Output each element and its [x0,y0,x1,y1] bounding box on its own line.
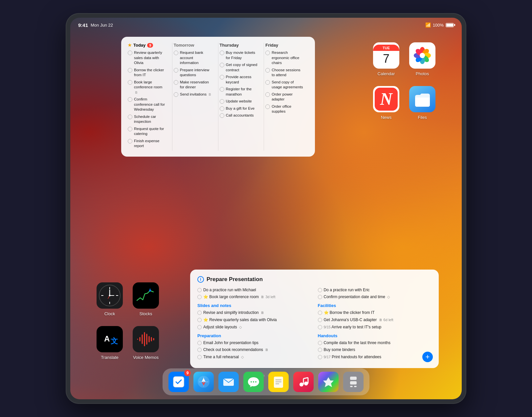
calendar-date: 7 [383,51,389,67]
task-text: Make reservation for dinner [180,80,213,90]
ipad-screen: 9:41 Mon Jun 22 📶 100% ★ Today 9 [70,18,462,399]
add-task-button[interactable]: + [422,352,433,362]
task-circle [197,295,202,299]
task-circle [197,311,202,315]
tomorrow-task-3[interactable]: Make reservation for dinner [174,80,213,90]
task-circle [220,51,224,55]
thursday-task-2[interactable]: Get copy of signed contract [220,62,259,73]
today-count: 9 [147,43,153,48]
status-bar: 9:41 Mon Jun 22 📶 100% [70,18,462,32]
task-text: Buy movie tickets for Friday [226,50,259,60]
task-text: ⭐ Review quarterly sales data with Olivi… [203,317,277,323]
svg-text:文: 文 [111,337,118,345]
calendar-day: TUE [373,45,399,51]
news-app[interactable]: N News [373,86,399,120]
thursday-task-7[interactable]: Call accountants [220,113,259,118]
pres-task[interactable]: Buy some binders [318,347,432,353]
dock-mail-app[interactable] [218,372,239,392]
thursday-column: Thursday Buy movie tickets for Friday Ge… [220,43,263,151]
svg-point-22 [109,295,111,296]
friday-task-1[interactable]: Research ergonomic office chairs [265,50,304,66]
task-circle [174,51,178,55]
task-text: Buy a gift for Eve [226,106,255,111]
today-task-5[interactable]: Schedule car inspection [128,114,167,124]
friday-header: Friday [265,43,304,48]
pres-task[interactable]: Revise and simplify introduction 🗎 [197,310,311,316]
task-text: 9/15 Arrive early to test IT's setup [324,324,382,330]
pres-task[interactable]: Confirm presentation date and time ◇ [318,294,432,300]
pres-task[interactable]: Adjust slide layouts ◇ [197,324,311,330]
thursday-task-3[interactable]: Provide access keycard [220,75,259,85]
task-circle [174,68,178,73]
clock-app[interactable]: Clock [97,282,123,316]
tomorrow-task-2[interactable]: Prepare interview questions [174,68,213,78]
task-circle [220,87,224,92]
thursday-task-4[interactable]: Register for the marathon [220,87,259,97]
ipad-frame: 9:41 Mon Jun 22 📶 100% ★ Today 9 [66,13,466,404]
calendar-icon: TUE 7 [373,42,399,69]
dock-shortcuts-app[interactable] [318,372,339,392]
stocks-app[interactable]: Stocks [133,282,159,316]
dock-notes-app[interactable] [268,372,289,392]
pres-task[interactable]: Time a full rehearsal ◇ [197,354,311,360]
svg-line-55 [303,378,308,379]
task-circle [197,355,202,359]
thursday-task-5[interactable]: Update website [220,99,259,104]
friday-task-5[interactable]: Order office supplies [265,104,304,114]
friday-task-4[interactable]: Order power adapter [265,92,304,102]
friday-task-2[interactable]: Choose sessions to attend [265,68,304,78]
pres-task[interactable]: Get Johanna's USB-C adapter 🗎 6d left [318,317,432,323]
presentation-widget[interactable]: i Prepare Presentation Do a practice run… [190,270,439,368]
task-text: Borrow the clicker from IT [134,68,167,78]
thursday-task-1[interactable]: Buy movie tickets for Friday [220,50,259,60]
today-task-3[interactable]: Book large conference room 🗎 [128,80,167,95]
svg-rect-48 [274,377,283,388]
task-circle [174,80,178,85]
dock-safari-app[interactable] [193,372,214,392]
pres-task[interactable]: Check out book recommendations 🗎 [197,347,311,353]
svg-point-9 [420,53,425,58]
photos-app[interactable]: Photos [409,42,435,76]
pres-task[interactable]: Do a practice run with Michael [197,287,311,293]
files-app[interactable]: Files [409,86,435,120]
pres-task[interactable]: ⭐ Borrow the clicker from IT [318,310,432,316]
svg-point-53 [304,382,308,385]
pres-task[interactable]: Do a practice run with Eric [318,287,432,293]
task-circle [197,288,202,292]
task-circle [318,325,322,329]
today-task-4[interactable]: Confirm conference call for Wednesday [128,97,167,112]
task-text: Order power adapter [272,92,304,102]
handouts-section: Handouts [318,333,432,338]
dock-reminders-app[interactable]: 9 [168,372,189,392]
pres-task[interactable]: Email John for presentation tips [197,340,311,346]
pres-task[interactable]: 9/17 Print handouts for attendees [318,354,432,360]
today-task-6[interactable]: Request quote for catering [128,126,167,137]
today-task-7[interactable]: Finish expense report [128,139,167,149]
tomorrow-task-4[interactable]: Send invitations 🗎 [174,92,213,97]
thursday-task-6[interactable]: Buy a gift for Eve [220,106,259,111]
task-text: Research ergonomic office chairs [272,50,304,66]
dock-remote-app[interactable] [343,372,364,392]
friday-column: Friday Research ergonomic office chairs … [265,43,308,151]
translate-app[interactable]: A 文 Translate [97,326,123,360]
task-text: Check out book recommendations 🗎 [203,347,269,353]
pres-task[interactable]: Compile data for the last three months [318,340,432,346]
pres-task[interactable]: 9/15 Arrive early to test IT's setup [318,324,432,330]
today-task-1[interactable]: Review quarterly sales data with Olivia [128,50,167,66]
reminders-widget-top[interactable]: ★ Today 9 Review quarterly sales data wi… [121,37,315,157]
pres-task[interactable]: ⭐ Review quarterly sales data with Olivi… [197,317,311,323]
tomorrow-label: Tomorrow [174,43,194,48]
task-text: Order office supplies [272,104,304,114]
svg-rect-60 [354,386,357,387]
task-text: ⭐ Book large conference room 🗎 3d left [203,294,275,300]
today-task-2[interactable]: Borrow the clicker from IT [128,68,167,78]
dock-music-app[interactable] [293,372,314,392]
task-text: Send copy of usage agreements [272,80,304,90]
tomorrow-task-1[interactable]: Request bank account information [174,50,213,66]
dock-messages-app[interactable] [243,372,264,392]
pres-task[interactable]: ⭐ Book large conference room 🗎 3d left [197,294,311,300]
pres-content: Do a practice run with Michael ⭐ Book la… [197,287,432,362]
friday-task-3[interactable]: Send copy of usage agreements [265,80,304,90]
voice-memos-app[interactable]: Voice Memos [133,326,159,360]
calendar-app[interactable]: TUE 7 Calendar [373,42,399,76]
